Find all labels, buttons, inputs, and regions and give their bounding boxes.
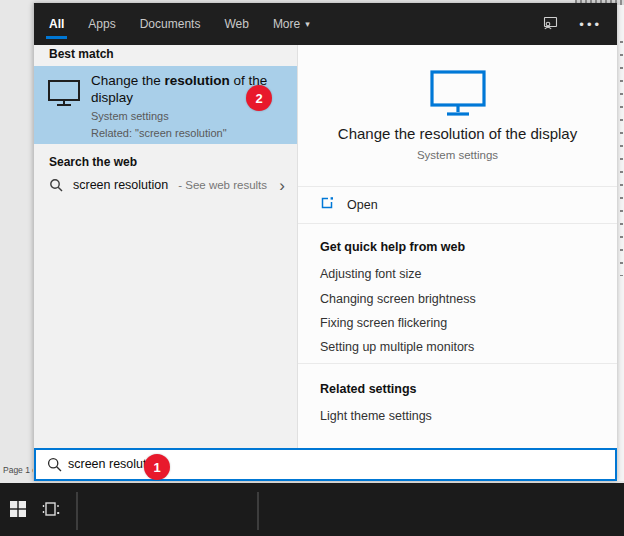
tab-apps[interactable]: Apps (88, 3, 115, 45)
tab-documents-label: Documents (140, 17, 201, 31)
search-input[interactable]: screen resolution 1 (34, 448, 617, 481)
annotation-badge-2: 2 (246, 85, 272, 111)
related-link-light-theme[interactable]: Light theme settings (320, 409, 432, 423)
help-link-flickering[interactable]: Fixing screen flickering (320, 316, 447, 330)
section-divider (298, 363, 617, 364)
chevron-down-icon: ▾ (305, 19, 310, 29)
search-results-area: Best match Change the resolution of the … (34, 45, 617, 448)
results-panel: Best match Change the resolution of the … (34, 45, 297, 448)
display-monitor-icon (429, 69, 487, 121)
chevron-right-icon[interactable]: › (279, 177, 285, 194)
help-section-header: Get quick help from web (320, 240, 465, 254)
search-web-header: Search the web (49, 155, 137, 169)
monitor-icon (47, 79, 81, 111)
help-link-adjust-font[interactable]: Adjusting font size (320, 267, 421, 281)
word-page-status: Page 1 o (3, 465, 37, 475)
header-actions: ••• (542, 3, 602, 45)
taskbar-separator (76, 492, 78, 530)
best-match-subtitle: System settings (91, 110, 169, 122)
best-match-related: Related: "screen resolution" (91, 127, 227, 139)
search-icon (49, 178, 63, 192)
tab-web-label: Web (224, 17, 248, 31)
preview-title: Change the resolution of the display (298, 125, 617, 142)
task-view-icon[interactable] (42, 501, 60, 518)
tab-web[interactable]: Web (224, 3, 248, 45)
help-link-brightness[interactable]: Changing screen brightness (320, 292, 476, 306)
related-settings-header: Related settings (320, 382, 417, 396)
web-search-result[interactable]: screen resolution - See web results › (34, 170, 297, 200)
web-result-query: screen resolution (73, 178, 168, 192)
background-document-edge (617, 5, 624, 481)
search-icon (47, 457, 62, 476)
best-match-result[interactable]: Change the resolution of the display Sys… (34, 66, 297, 144)
preview-panel: Change the resolution of the display Sys… (298, 45, 617, 448)
search-filter-bar: All Apps Documents Web More ▾ (34, 3, 617, 45)
open-label: Open (347, 198, 378, 212)
help-link-multiple-monitors[interactable]: Setting up multiple monitors (320, 340, 474, 354)
open-icon (320, 196, 334, 214)
feedback-icon[interactable] (542, 15, 559, 34)
taskbar (0, 483, 624, 536)
tab-more[interactable]: More ▾ (273, 3, 310, 45)
screen: Page 1 o All Apps Documents Web More ▾ (0, 0, 624, 536)
tab-all[interactable]: All (49, 3, 64, 45)
best-match-title: Change the resolution of the display (91, 72, 271, 106)
tab-apps-label: Apps (88, 17, 115, 31)
active-tab-underline (46, 36, 67, 39)
taskbar-separator (257, 492, 259, 530)
tab-all-label: All (49, 17, 64, 31)
annotation-badge-1: 1 (144, 454, 170, 480)
tab-more-label: More (273, 17, 300, 31)
web-result-suffix: - See web results (178, 179, 267, 191)
best-match-header: Best match (49, 47, 114, 61)
more-options-icon[interactable]: ••• (579, 17, 602, 32)
open-action[interactable]: Open (298, 186, 617, 224)
background-text-fragments (620, 41, 623, 276)
search-flyout: All Apps Documents Web More ▾ (33, 3, 617, 481)
preview-subtitle: System settings (298, 149, 617, 161)
tab-documents[interactable]: Documents (140, 3, 201, 45)
start-button-windows-logo-icon[interactable] (10, 501, 26, 517)
